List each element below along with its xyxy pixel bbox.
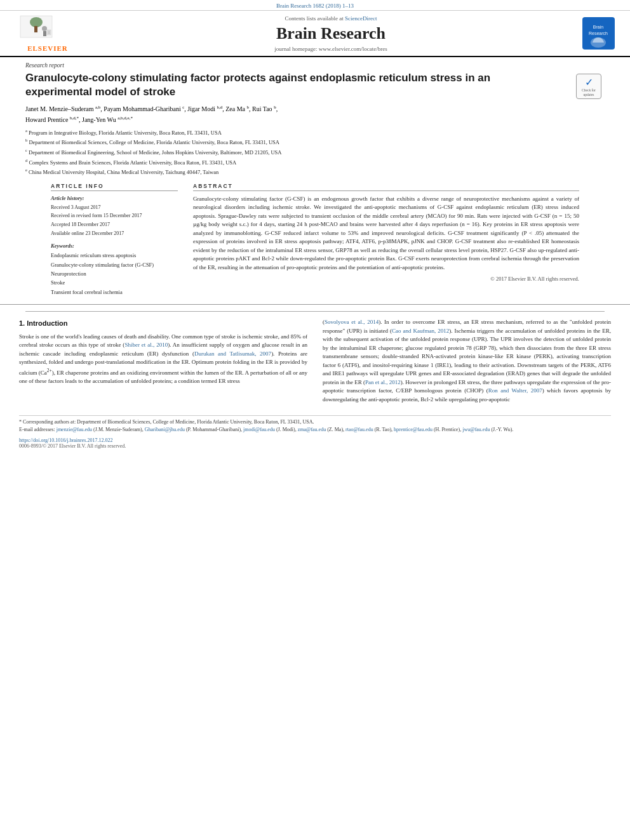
article-info-abstract: ARTICLE INFO Article history: Received 3… <box>25 183 605 297</box>
ref-ron-link[interactable]: Ron and Walter, 2007 <box>488 387 542 394</box>
journal-title: Brain Research <box>89 24 573 43</box>
article-title-row: Granulocyte-colony stimulating factor pr… <box>25 71 605 99</box>
keyword-4: Stroke <box>51 278 178 287</box>
check-badge-label: Check for updates <box>577 88 601 97</box>
available-date: Available online 23 December 2017 <box>51 229 178 238</box>
sciencedirect-availability: Contents lists available at ScienceDirec… <box>89 15 573 22</box>
check-icon: ✓ <box>585 76 593 88</box>
copyright-line: © 2017 Elsevier B.V. All rights reserved… <box>193 276 579 282</box>
svg-rect-4 <box>43 31 46 36</box>
article-type: Research report <box>25 62 605 69</box>
keyword-5: Transient focal cerebral ischemia <box>51 288 178 297</box>
article-header-section: Research report Granulocyte-colony stimu… <box>0 57 630 305</box>
authors-line: Janet M. Menzie–Suderam a,b, Payam Moham… <box>25 104 605 125</box>
brain-research-logo-icon: Brain Research <box>581 16 616 51</box>
affiliations-section: a Program in Integrative Biology, Florid… <box>25 128 605 177</box>
sciencedirect-link[interactable]: ScienceDirect <box>345 15 377 22</box>
ref-shiber-link[interactable]: Shiber et al., 2010 <box>124 342 168 348</box>
corresponding-note: * Corresponding authors at: Department o… <box>19 418 611 426</box>
article-dates: Received 3 August 2017 Received in revis… <box>51 203 178 237</box>
email-note: E-mail addresses: jmenzie@fau.edu (J.M. … <box>19 426 611 434</box>
abstract-column: ABSTRACT Granulocyte-colony stimulating … <box>193 183 579 297</box>
email-modi-link[interactable]: jmodi@fau.edu <box>243 427 275 432</box>
page: Brain Research 1682 (2018) 1–13 ELSEVIER <box>0 0 630 449</box>
svg-point-1 <box>30 17 43 27</box>
svg-point-3 <box>42 26 47 31</box>
email-tao-link[interactable]: rtao@fau.edu <box>345 427 373 432</box>
publisher-logo-section: ELSEVIER <box>6 15 89 52</box>
body-content: 1. Introduction Stroke is one of the wor… <box>0 318 630 409</box>
check-updates-badge: ✓ Check for updates <box>576 74 605 99</box>
body-left-column: 1. Introduction Stroke is one of the wor… <box>19 318 307 409</box>
article-info-column: ARTICLE INFO Article history: Received 3… <box>51 183 178 297</box>
keywords-label: Keywords: <box>51 243 178 249</box>
abstract-text: Granulocyte-colony stimulating factor (G… <box>193 195 579 272</box>
ref-pan-link[interactable]: Pan et al., 2012 <box>365 379 401 385</box>
ref-cao-link[interactable]: Cao and Kaufman, 2012 <box>392 328 449 334</box>
affiliation-e: e China Medical University Hospital, Chi… <box>25 167 605 177</box>
elsevier-logo-icon <box>19 15 76 43</box>
section-divider <box>25 311 605 312</box>
journal-header: ELSEVIER Contents lists available at Sci… <box>0 11 630 57</box>
received-date: Received 3 August 2017 <box>51 203 178 212</box>
email-wu-link[interactable]: jwu@fau.edu <box>462 427 490 432</box>
email-ma-link[interactable]: zma@fau.edu <box>298 427 326 432</box>
journal-title-section: Contents lists available at ScienceDirec… <box>89 15 573 52</box>
keyword-1: Endoplasmic reticulum stress apoptosis <box>51 251 178 260</box>
doi-link: https://doi.org/10.1016/j.brainres.2017.… <box>19 437 611 443</box>
email-prentice-link[interactable]: hprentice@fau.edu <box>394 427 432 432</box>
ref-durukan-link[interactable]: Durukan and Tatlisumak, 2007 <box>194 350 271 357</box>
elsevier-brand-text: ELSEVIER <box>27 44 68 52</box>
history-label: Article history: <box>51 195 178 201</box>
keywords-list: Endoplasmic reticulum stress apoptosis G… <box>51 251 178 297</box>
doi-section: https://doi.org/10.1016/j.brainres.2017.… <box>0 434 630 449</box>
footnote-section: * Corresponding authors at: Department o… <box>19 415 611 434</box>
doi-anchor[interactable]: https://doi.org/10.1016/j.brainres.2017.… <box>19 437 112 443</box>
issn-text: 0006-8993/© 2017 Elsevier B.V. All right… <box>19 443 611 449</box>
svg-text:Brain: Brain <box>593 25 603 29</box>
check-badge-box: ✓ Check for updates <box>576 74 601 99</box>
affiliation-c: c Department of Biomedical Engineering, … <box>25 147 605 157</box>
email-gharibani-link[interactable]: Gharibani@jhu.edu <box>145 427 185 432</box>
article-title: Granulocyte-colony stimulating factor pr… <box>25 71 533 99</box>
body-right-column: (Sovolyova et al., 2014). In order to ov… <box>323 318 611 409</box>
email-menzie-link[interactable]: jmenzie@fau.edu <box>57 427 92 432</box>
revised-date: Received in revised form 15 December 201… <box>51 211 178 220</box>
intro-heading: 1. Introduction <box>19 318 307 329</box>
affiliation-b: b Department of Biomedical Sciences, Col… <box>25 137 605 147</box>
keyword-3: Neuroprotection <box>51 269 178 278</box>
article-info-header: ARTICLE INFO <box>51 183 178 191</box>
svg-text:Research: Research <box>589 31 608 36</box>
intro-paragraph-2: (Sovolyova et al., 2014). In order to ov… <box>323 318 611 404</box>
ref-sovolyova-link[interactable]: Sovolyova et al., 2014 <box>325 319 379 325</box>
accepted-date: Accepted 18 December 2017 <box>51 220 178 229</box>
affiliation-a: a Program in Integrative Biology, Florid… <box>25 128 605 137</box>
affiliation-d: d Complex Systems and Brain Sciences, Fl… <box>25 157 605 167</box>
svg-rect-2 <box>34 26 37 32</box>
abstract-header: ABSTRACT <box>193 183 579 191</box>
journal-homepage: journal homepage: www.elsevier.com/locat… <box>89 46 573 52</box>
keyword-2: Granulocyte-colony stimulating factor (G… <box>51 260 178 269</box>
journal-citation: Brain Research 1682 (2018) 1–13 <box>276 3 354 9</box>
journal-citation-bar: Brain Research 1682 (2018) 1–13 <box>0 0 630 11</box>
intro-paragraph-1: Stroke is one of the world's leading cau… <box>19 333 307 386</box>
journal-logo-section: Brain Research <box>573 15 624 52</box>
